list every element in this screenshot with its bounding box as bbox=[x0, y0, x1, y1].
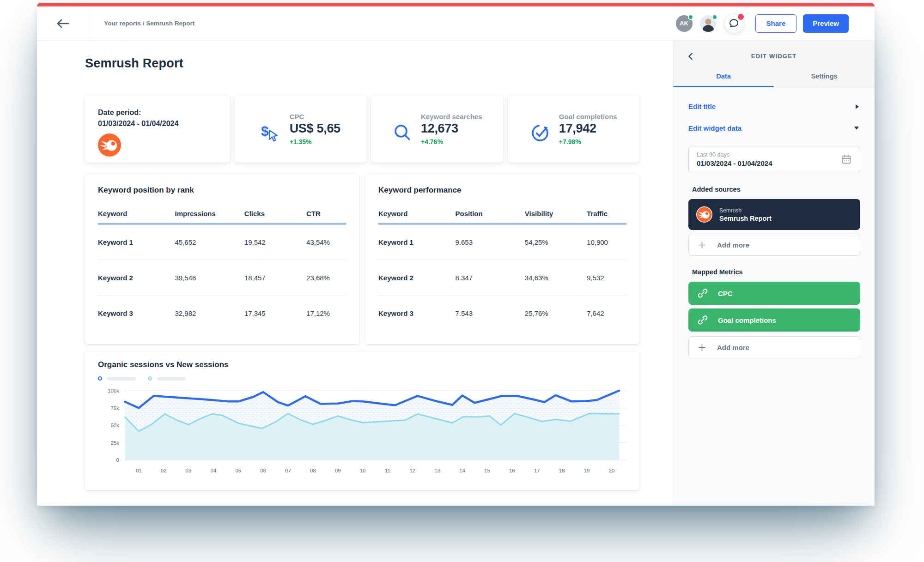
share-button[interactable]: Share bbox=[755, 14, 797, 33]
link-icon bbox=[697, 314, 708, 326]
plus-icon bbox=[698, 343, 706, 352]
svg-text:16: 16 bbox=[509, 468, 515, 473]
expand-right-triangle-icon bbox=[856, 104, 859, 109]
edit-title-row[interactable]: Edit title bbox=[688, 98, 860, 115]
user-photo-avatar[interactable] bbox=[700, 15, 717, 32]
search-icon bbox=[392, 122, 413, 143]
notification-dot bbox=[738, 14, 744, 20]
table-cell: 19,542 bbox=[244, 224, 306, 260]
svg-text:13: 13 bbox=[434, 468, 440, 473]
svg-text:100k: 100k bbox=[108, 388, 119, 393]
source-report-name: Semrush Report bbox=[719, 215, 772, 222]
legend-item-organic-sessions[interactable] bbox=[98, 376, 136, 381]
organic-series-swatch bbox=[98, 376, 102, 381]
metric-name: CPC bbox=[718, 290, 733, 297]
top-accent-strip bbox=[37, 3, 875, 6]
preview-button[interactable]: Preview bbox=[803, 14, 849, 33]
add-metric-button[interactable]: Add more bbox=[688, 336, 860, 358]
svg-text:06: 06 bbox=[260, 468, 266, 473]
panel-body: Edit title Edit widget data Last 90 days… bbox=[673, 87, 875, 358]
online-status-dot bbox=[712, 14, 717, 20]
table-cell: 7,642 bbox=[587, 296, 626, 331]
widget-sessions-chart[interactable]: Organic sessions vs New sessions 100k75k… bbox=[85, 351, 639, 490]
table-cell: 45,652 bbox=[175, 224, 244, 260]
table-cell: Keyword 3 bbox=[378, 296, 455, 331]
panel-title: EDIT WIDGET bbox=[751, 53, 796, 60]
page-title: Semrush Report bbox=[85, 56, 639, 71]
kpi-card-cpc[interactable]: $ CPC US$ 5,65 +1.35% bbox=[235, 96, 367, 163]
link-icon bbox=[697, 288, 708, 299]
table-row: Keyword 19.65354,25%10,900 bbox=[378, 224, 626, 260]
column-header: Keyword bbox=[98, 210, 175, 224]
table-cell: 43,54% bbox=[306, 224, 346, 260]
kpi-delta: +1.35% bbox=[290, 138, 340, 145]
table-cell: 34,63% bbox=[525, 260, 587, 296]
svg-text:12: 12 bbox=[409, 468, 415, 473]
svg-text:50k: 50k bbox=[110, 423, 119, 428]
mapped-metric-cpc[interactable]: CPC bbox=[688, 282, 860, 305]
svg-text:09: 09 bbox=[335, 468, 341, 473]
table-cell: Keyword 1 bbox=[98, 224, 175, 260]
table-title: Keyword performance bbox=[378, 186, 626, 195]
widget-keyword-position-by-rank[interactable]: Keyword position by rank KeywordImpressi… bbox=[85, 174, 359, 344]
svg-text:05: 05 bbox=[235, 468, 241, 473]
kpi-card-keyword-searches[interactable]: Keyword searches 12,673 +4.76% bbox=[371, 96, 503, 163]
tables-row: Keyword position by rank KeywordImpressi… bbox=[85, 174, 639, 344]
edit-widget-data-link[interactable]: Edit widget data bbox=[688, 124, 742, 132]
table-cell: 18,457 bbox=[244, 260, 306, 296]
add-more-label: Add more bbox=[717, 344, 749, 351]
table-cell: Keyword 3 bbox=[98, 296, 175, 331]
edit-widget-data-row[interactable]: Edit widget data bbox=[688, 120, 860, 136]
svg-text:10: 10 bbox=[360, 468, 366, 473]
table-cell: 32,982 bbox=[175, 296, 244, 331]
edit-widget-header: EDIT WIDGET Data Settings bbox=[673, 41, 875, 87]
table-cell: 8.347 bbox=[455, 260, 524, 296]
collapse-panel-chevron-icon[interactable] bbox=[687, 52, 694, 60]
column-header: Clicks bbox=[244, 210, 306, 224]
kpi-card-goal-completions[interactable]: Goal completions 17,942 +7.98% bbox=[508, 96, 640, 163]
report-canvas: Semrush Report Date period: 01/03/2024 -… bbox=[37, 41, 673, 506]
svg-text:0: 0 bbox=[116, 457, 119, 463]
panel-tabs: Data Settings bbox=[673, 73, 875, 87]
check-circle-icon bbox=[530, 122, 551, 143]
edit-title-link[interactable]: Edit title bbox=[688, 103, 716, 110]
avatar-initials: AK bbox=[680, 20, 688, 27]
calendar-icon bbox=[841, 154, 852, 165]
svg-text:08: 08 bbox=[310, 468, 316, 473]
table-row: Keyword 28.34734,63%9,532 bbox=[378, 260, 626, 296]
chat-button[interactable] bbox=[725, 14, 743, 33]
sessions-line-chart: 100k75k50k25k001020304050607080910111213… bbox=[98, 382, 626, 486]
svg-text:17: 17 bbox=[534, 468, 540, 473]
svg-text:11: 11 bbox=[385, 468, 390, 473]
svg-text:$: $ bbox=[261, 123, 269, 139]
legend-label-placeholder bbox=[157, 377, 186, 381]
kpi-label: CPC bbox=[290, 113, 340, 121]
source-card-semrush[interactable]: Semrush Semrush Report bbox=[688, 199, 860, 230]
date-range-picker[interactable]: Last 90 days 01/03/2024 - 01/04/2024 bbox=[688, 146, 860, 173]
tab-data[interactable]: Data bbox=[673, 73, 774, 87]
table-header-row: KeywordPositionVisibilityTraffic bbox=[378, 210, 626, 224]
table-cell: 10,900 bbox=[587, 224, 626, 260]
kpi-value: US$ 5,65 bbox=[290, 121, 340, 136]
metric-name: Goal completions bbox=[718, 316, 776, 324]
table-cell: 39,546 bbox=[175, 260, 244, 296]
widget-keyword-performance[interactable]: Keyword performance KeywordPositionVisib… bbox=[365, 174, 639, 344]
kpi-card-date-period[interactable]: Date period: 01/03/2024 - 01/04/2024 bbox=[85, 96, 230, 163]
mapped-metric-goal-completions[interactable]: Goal completions bbox=[688, 308, 860, 332]
dollar-cursor-icon: $ bbox=[261, 122, 282, 143]
legend-item-new-sessions[interactable] bbox=[148, 376, 186, 381]
collaborator-avatar-ak[interactable]: AK bbox=[676, 15, 693, 32]
app-window: Your reports / Semrush Report AK bbox=[37, 3, 875, 506]
svg-text:02: 02 bbox=[161, 468, 167, 473]
add-source-button[interactable]: Add more bbox=[688, 234, 860, 256]
edit-widget-panel: EDIT WIDGET Data Settings Edit title Edi… bbox=[673, 41, 875, 506]
plus-icon bbox=[698, 241, 706, 249]
chart-title: Organic sessions vs New sessions bbox=[98, 360, 626, 369]
svg-text:15: 15 bbox=[484, 468, 490, 473]
column-header: Traffic bbox=[587, 210, 626, 224]
svg-text:01: 01 bbox=[136, 468, 142, 473]
table-cell: 17,345 bbox=[244, 296, 306, 331]
back-button[interactable] bbox=[37, 6, 89, 40]
table-cell: 9,532 bbox=[587, 260, 626, 296]
tab-settings[interactable]: Settings bbox=[774, 73, 875, 87]
